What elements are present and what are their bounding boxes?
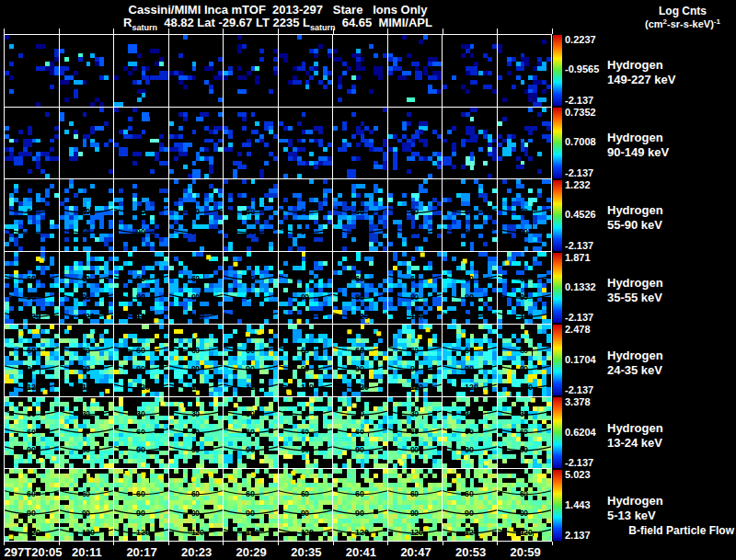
spectrogram-panel [388,108,443,179]
time-tick-label: 20:23 [181,545,212,559]
axis-tick [443,542,443,545]
energy-range-label: 13-24 keV [607,436,663,451]
time-tick-label: 297T20:05 [5,545,63,559]
spectrogram-panel [388,325,443,396]
spectrogram-panel [169,179,224,251]
log-cnts-label: Log Cnts [631,5,734,17]
spectrogram-panel [443,252,497,324]
time-tick-label: 20:11 [72,545,102,559]
colorbar-units-label: Log Cnts (cm2-sr-s-keV)-1 [631,5,734,29]
colorbar-min-label: -2.137 [565,385,593,395]
spectrogram-panel [443,325,497,396]
spectrogram-panel [60,252,114,324]
colorbar-min-label: -2.137 [565,458,593,468]
spectrogram-panel [333,35,387,107]
spectrogram-panel [498,35,552,107]
spectrogram-panel [333,179,387,251]
spectrogram-panel [224,35,278,107]
spectrogram-panel [169,397,224,469]
spectrogram-panel [224,325,278,396]
axis-tick [497,542,498,545]
axis-tick [113,29,114,34]
spectrogram-panel [443,469,497,541]
axis-tick [387,542,388,545]
row-energy-label: Hydrogen90-149 keV [607,131,669,160]
species-label: Hydrogen [607,494,663,509]
spectrogram-panel [169,469,224,541]
row-energy-label: Hydrogen55-90 keV [607,203,663,233]
time-tick-label: 20:35 [291,545,321,559]
colorbar [553,180,562,251]
colorbar-mid-label: 0.4526 [565,210,596,220]
row-energy-label: Hydrogen35-55 keV [607,276,663,305]
axis-tick [552,29,553,34]
spectrogram-panel [279,179,333,251]
text-sub-segment: saturn [310,23,336,32]
spectrogram-panel [333,469,387,541]
axis-tick [59,542,60,545]
spectrogram-panel [279,108,333,179]
spectrogram-panel [60,35,114,107]
spectrogram-panel [224,108,278,179]
spectrogram-panel [60,179,114,251]
colorbar-min-label: 2.137 [565,531,591,541]
colorbar [553,325,562,395]
axis-tick [333,29,334,34]
spectrogram-panel [114,252,168,324]
energy-range-label: 5-13 keV [607,509,663,523]
spectrogram-panel [333,325,387,396]
colorbar-mid-label: 1.443 [565,500,591,510]
spectrogram-panel [5,108,59,179]
text-segment: 64.65 MIMI/APL [335,16,431,29]
spectrogram-panel [60,469,114,541]
spectrogram-panel [60,397,114,469]
spectrogram-panel [279,325,333,396]
time-tick-label: 20:47 [400,545,431,559]
species-label: Hydrogen [607,421,663,436]
spectrogram-panel [388,252,443,324]
colorbar [553,397,562,468]
colorbar [553,470,562,541]
spectrogram-panel [443,397,497,469]
spectrogram-panel [498,252,552,324]
spectrogram-panel [60,325,114,396]
species-label: Hydrogen [607,276,663,291]
spectrogram-panel [388,35,443,107]
axis-tick [443,29,443,34]
spectrogram-panel [5,325,59,396]
time-tick-label: 20:29 [236,545,267,559]
time-tick-label: 20:17 [126,545,156,559]
row-energy-label: Hydrogen24-35 keV [607,349,663,378]
spectrogram-panel [498,325,552,396]
colorbar [553,108,562,178]
colorbar-mid-label: 0.6204 [565,428,596,438]
spectrogram-panel [5,252,59,324]
axis-tick [4,29,5,34]
colorbar-min-label: -2.137 [565,168,593,178]
spectrogram-panel [388,469,443,541]
spectrogram-panel [60,108,114,179]
spectrogram-panel [169,108,224,179]
colorbar-mid-label: 0.1332 [565,282,596,292]
axis-tick [113,542,114,545]
colorbar [553,35,562,106]
spectrogram-panel [5,469,59,541]
time-tick-label: 20:53 [455,545,486,559]
spectrogram-grid [4,34,552,542]
colorbar-max-label: 1.871 [565,253,591,263]
axis-tick [59,29,60,34]
species-label: Hydrogen [607,58,675,73]
text-sup-segment: -1 [714,17,720,26]
spectrogram-panel [333,108,387,179]
spectrogram-panel [114,179,168,251]
text-sub-segment: saturn [132,23,157,32]
energy-range-label: 35-55 keV [607,291,663,305]
species-label: Hydrogen [607,349,663,363]
spectrogram-panel [279,397,333,469]
text-segment: (cm [645,18,663,29]
row-energy-label: Hydrogen13-24 keV [607,421,663,451]
spectrogram-panel [333,252,387,324]
colorbar-max-label: 0.2237 [565,35,596,45]
spectrogram-panel [279,469,333,541]
energy-range-label: 90-149 keV [607,145,669,160]
